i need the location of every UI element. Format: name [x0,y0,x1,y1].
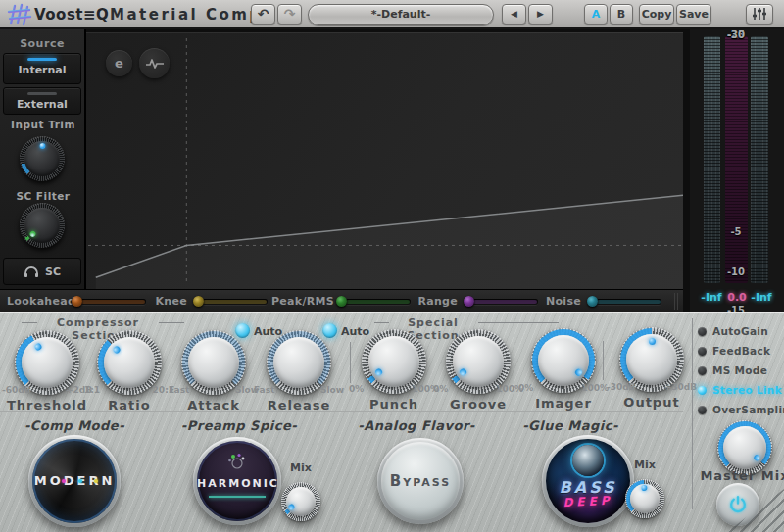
comp-mode-label: -Comp Mode- [11,418,138,433]
preamp-spice-button[interactable]: HARMONIC [193,437,281,525]
waveform-analyzer-button[interactable] [139,48,170,78]
preset-next-button[interactable]: ▶ [528,4,553,24]
comp-mode-value: MODERN [32,473,117,488]
brand-name: Voost≡Q [34,6,109,24]
knob-indicator [649,338,656,345]
knob-name-label: Output [607,395,697,410]
ab-compare-a-button[interactable]: A [584,4,608,24]
preset-selector[interactable]: *-Default- [308,4,494,25]
autogain-toggle[interactable]: AutoGain [690,322,784,340]
knob-max-label: 100% [581,383,609,393]
undo-button[interactable]: ↶ [251,4,275,24]
lookahead-label: Lookahead [7,295,66,308]
header-rule [478,322,559,323]
autogain-led [698,327,707,336]
knob-min-label: -30dB [607,382,636,392]
knee-handle[interactable] [193,296,204,307]
attack-knob[interactable]: Fast Slow Attack [169,330,259,395]
noise-handle[interactable] [587,296,598,307]
peak-rms-label: Peak/RMS [271,295,330,308]
peak-rms-slider[interactable]: Peak/RMS [271,290,411,313]
preamp-spice-value: HARMONIC [197,476,277,489]
ms-mode-led [698,366,707,375]
glue-magic-face: BASS DEEP [546,439,630,523]
redo-button[interactable]: ↷ [277,4,302,24]
preamp-spice-face: HARMONIC [197,441,277,521]
level-meter-panel: -5 -10 -15 -20 -25 -30 [690,29,784,312]
knob-max-label: Slow [320,385,344,395]
groove-knob[interactable]: 0% 100% Groove [433,329,523,394]
oversampling-toggle[interactable]: OverSampling [690,401,784,418]
source-external-button[interactable]: External [3,87,81,115]
peak-rms-handle[interactable] [336,296,347,307]
ms-mode-toggle[interactable]: MS Mode [690,362,784,379]
knob-face [453,336,504,387]
control-panel: Compressor Section Special Section -60dB… [0,312,784,532]
stereo-link-toggle[interactable]: Stereo Link [690,381,784,399]
knee-slider[interactable]: Knee [128,290,268,313]
output-peak-readout: -Inf [745,291,778,304]
input-trim-knob[interactable] [20,136,65,181]
knob-name-label: Punch [349,397,439,411]
range-handle[interactable] [464,296,474,307]
copy-button[interactable]: Copy [639,4,674,24]
sidechain-sidebar: Source Internal External Input Trim SC F… [0,29,86,289]
comp-mode-button[interactable]: MODERN [28,435,121,527]
analog-flavor-label: -Analog Flavor- [353,418,480,433]
lookahead-slider[interactable]: Lookahead [7,290,146,313]
knob-face [273,337,324,388]
knob-min-label: 0% [349,384,364,394]
harmonic-underline [209,496,266,498]
range-slider[interactable]: Range [399,290,538,313]
preset-prev-button[interactable]: ◀ [502,4,526,24]
waveform-icon [145,57,165,71]
sc-monitor-label: SC [45,266,61,278]
knob-face [24,208,60,243]
master-mix-knob[interactable] [717,420,772,475]
power-icon [727,494,749,515]
analog-flavor-button[interactable]: Bypass [377,438,464,524]
glue-magic-button[interactable]: BASS DEEP [542,435,634,527]
ratio-knob[interactable]: 1:1 20:1 Ratio [84,330,174,395]
knob-face [538,335,589,386]
knob-min-label: Fast [169,385,189,395]
glue-mix-label: Mix [625,459,664,471]
source-label: Source [0,37,84,50]
analog-flavor-value: Bypass [381,472,460,490]
molecule-icon [225,453,249,470]
source-internal-button[interactable]: Internal [3,53,81,84]
unselected-indicator [27,92,57,95]
meter-tick: -5 [722,226,750,237]
modern-dot-magenta [62,479,66,483]
slider-bar-separator [674,293,678,310]
noise-track[interactable] [596,299,662,305]
input-peak-readout: -Inf [695,291,728,304]
punch-knob[interactable]: 0% 100% Punch [349,329,439,394]
save-button[interactable]: Save [676,4,711,24]
settings-mixer-button[interactable] [746,4,773,24]
feedback-toggle[interactable]: FeedBack [690,342,784,360]
meter-tick: -10 [722,266,750,277]
sc-monitor-button[interactable]: SC [3,258,81,285]
attack-auto-toggle[interactable] [235,323,250,338]
noise-slider[interactable]: Noise [522,290,662,313]
input-level-meter [704,36,720,283]
knob-name-label: Imager [518,396,609,411]
lookahead-handle[interactable] [72,296,82,307]
sc-filter-knob[interactable] [20,203,65,248]
selected-indicator [27,58,57,61]
release-auto-toggle[interactable] [322,323,337,338]
knob-name-label: Groove [433,397,523,411]
preamp-mix-knob[interactable] [281,482,320,521]
threshold-knob[interactable]: -60dB +2dB Threshold [2,330,92,395]
analyzer-zone: Source Internal External Input Trim SC F… [0,29,784,312]
knob-min-label: 1:1 [84,385,100,395]
output-knob[interactable]: -30dB +30dB Output [607,327,697,392]
sc-filter-label: SC Filter [0,190,86,202]
knee-track[interactable] [202,299,268,305]
release-knob[interactable]: Fast Slow Release [254,330,344,395]
ab-compare-b-button[interactable]: B [610,4,633,24]
glue-mix-knob[interactable] [625,479,664,518]
edit-button[interactable]: e [106,50,132,76]
imager-knob[interactable]: 0% 100% Imager [518,328,609,393]
